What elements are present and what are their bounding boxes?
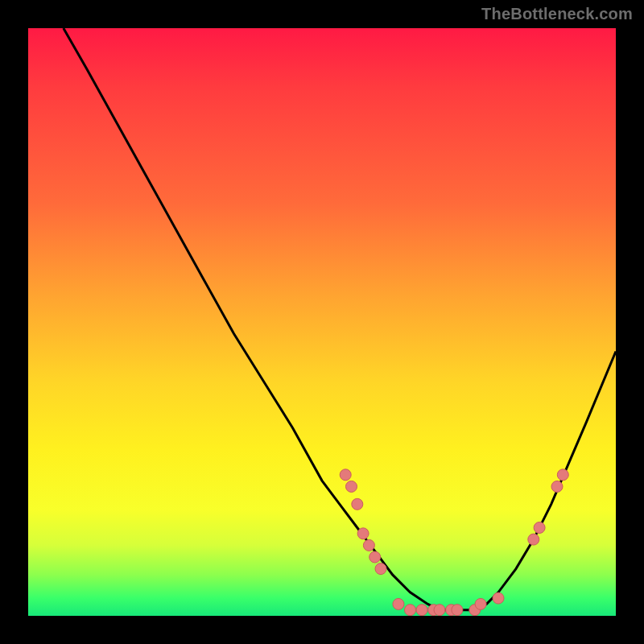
data-marker [493, 592, 504, 604]
data-marker [346, 481, 357, 492]
chart-svg [28, 28, 616, 616]
data-marker [405, 605, 416, 616]
data-marker [528, 534, 539, 545]
data-marker [363, 539, 374, 551]
bottleneck-curve [64, 28, 616, 610]
data-marker [375, 564, 386, 575]
data-marker [434, 605, 445, 616]
watermark-text: TheBottleneck.com [481, 5, 633, 23]
plot-area [28, 28, 616, 616]
data-marker [340, 469, 351, 481]
data-marker [475, 598, 486, 609]
data-marker [393, 598, 404, 609]
data-marker [452, 605, 463, 616]
data-marker [369, 551, 381, 563]
chart-frame: TheBottleneck.com [0, 0, 644, 644]
data-marker [557, 469, 568, 481]
data-marker [357, 528, 369, 539]
data-markers [340, 469, 568, 616]
data-marker [352, 498, 363, 510]
data-marker [534, 522, 545, 534]
data-marker [416, 605, 427, 616]
data-marker [551, 481, 563, 492]
